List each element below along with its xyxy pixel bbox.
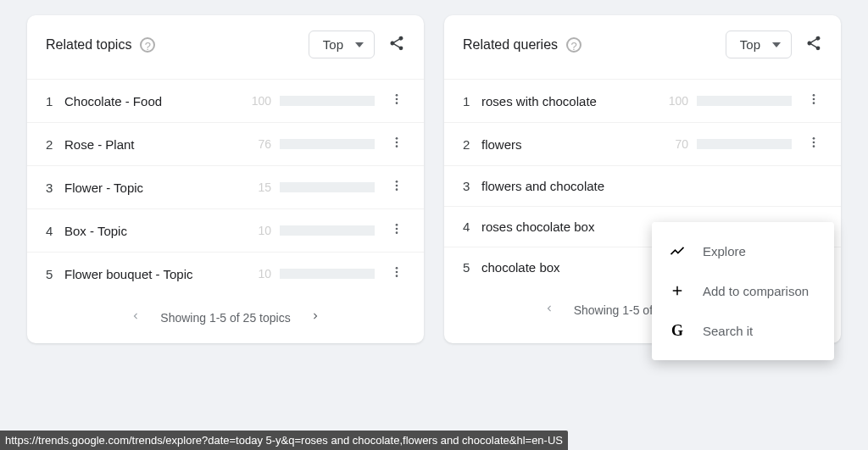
- row-label: Box - Topic: [64, 224, 249, 238]
- row-value: 100: [249, 94, 280, 108]
- svg-point-14: [396, 275, 398, 277]
- svg-point-9: [396, 224, 398, 226]
- svg-point-20: [813, 145, 815, 147]
- sort-selector[interactable]: Top: [309, 31, 375, 58]
- row-value: 10: [249, 224, 280, 237]
- svg-point-4: [396, 142, 398, 144]
- related-topics-card: Related topics ? Top 1Chocolate - Food10…: [27, 15, 424, 343]
- svg-point-17: [813, 102, 815, 104]
- row-label: roses with chocolate: [481, 94, 666, 108]
- row-value: 15: [249, 181, 280, 194]
- bar-track: [280, 225, 375, 236]
- share-icon[interactable]: [388, 35, 405, 55]
- svg-point-12: [396, 267, 398, 269]
- row-index: 3: [463, 179, 481, 193]
- svg-point-16: [813, 98, 815, 101]
- card-header: Related topics ? Top: [27, 15, 424, 79]
- sort-label: Top: [740, 37, 760, 52]
- svg-point-0: [396, 94, 398, 97]
- ctx-search-label: Search it: [703, 324, 753, 338]
- svg-point-8: [396, 188, 398, 191]
- bar-track: [280, 269, 375, 279]
- bar-track: [280, 182, 375, 192]
- list-item[interactable]: 3flowers and chocolate: [444, 165, 841, 206]
- sort-label: Top: [323, 37, 343, 52]
- list-item[interactable]: 1Chocolate - Food100: [27, 79, 424, 122]
- svg-point-10: [396, 228, 398, 231]
- browser-status-bar: https://trends.google.com/trends/explore…: [0, 431, 568, 450]
- bar-track: [697, 96, 792, 106]
- row-index: 5: [463, 260, 481, 275]
- bar-track: [280, 139, 375, 149]
- card-title: Related queries: [463, 37, 558, 53]
- help-icon[interactable]: ?: [140, 37, 155, 53]
- list-item[interactable]: 4Box - Topic10: [27, 208, 424, 252]
- pager: Showing 1-5 of 25 topics: [27, 295, 424, 343]
- more-options-icon[interactable]: [805, 136, 822, 153]
- list-item[interactable]: 3Flower - Topic15: [27, 165, 424, 208]
- more-options-icon[interactable]: [388, 222, 405, 239]
- row-label: Rose - Plant: [64, 137, 249, 152]
- caret-down-icon: [772, 42, 781, 47]
- more-options-icon[interactable]: [388, 136, 405, 153]
- topics-rows: 1Chocolate - Food1002Rose - Plant763Flow…: [27, 79, 424, 295]
- row-index: 1: [463, 94, 481, 108]
- bar-track: [697, 139, 792, 149]
- row-index: 4: [463, 219, 481, 234]
- more-options-icon[interactable]: [388, 265, 405, 282]
- plus-icon: [669, 283, 686, 298]
- help-icon[interactable]: ?: [566, 37, 581, 53]
- row-label: Flower bouquet - Topic: [64, 267, 249, 281]
- svg-point-19: [813, 142, 815, 144]
- pager-prev-icon[interactable]: [130, 310, 142, 325]
- svg-point-2: [396, 102, 398, 104]
- pager-next-icon[interactable]: [309, 310, 321, 325]
- card-title: Related topics: [46, 37, 131, 53]
- google-g-icon: G: [669, 322, 686, 340]
- svg-point-15: [813, 94, 815, 97]
- svg-point-6: [396, 181, 398, 183]
- related-queries-card: Related queries ? Top 1roses with chocol…: [444, 15, 841, 343]
- more-options-icon[interactable]: [388, 179, 405, 196]
- svg-point-18: [813, 137, 815, 140]
- svg-point-3: [396, 137, 398, 140]
- row-label: Flower - Topic: [64, 181, 249, 195]
- ctx-add-comparison[interactable]: Add to comparison: [652, 271, 834, 310]
- share-icon[interactable]: [805, 35, 822, 55]
- card-header: Related queries ? Top: [444, 15, 841, 79]
- list-item[interactable]: 5Flower bouquet - Topic10: [27, 252, 424, 295]
- pager-prev-icon[interactable]: [543, 303, 555, 317]
- ctx-explore[interactable]: Explore: [652, 231, 834, 271]
- pager-text: Showing 1-5 of 25 topics: [160, 311, 290, 325]
- svg-point-5: [396, 145, 398, 147]
- row-index: 1: [46, 94, 64, 108]
- svg-point-13: [396, 271, 398, 274]
- more-options-icon[interactable]: [388, 92, 405, 109]
- row-index: 2: [46, 137, 64, 152]
- bar-track: [280, 96, 375, 106]
- row-label: flowers: [481, 137, 666, 152]
- svg-point-7: [396, 185, 398, 187]
- list-item[interactable]: 1roses with chocolate100: [444, 79, 841, 122]
- row-value: 76: [249, 137, 280, 151]
- row-value: 100: [666, 94, 697, 108]
- trend-line-icon: [669, 242, 686, 259]
- context-menu: Explore Add to comparison G Search it: [652, 222, 834, 360]
- list-item[interactable]: 2Rose - Plant76: [27, 122, 424, 165]
- ctx-add-label: Add to comparison: [703, 284, 809, 298]
- sort-selector[interactable]: Top: [726, 31, 792, 58]
- row-label: flowers and chocolate: [481, 179, 822, 193]
- more-options-icon[interactable]: [805, 92, 822, 109]
- ctx-search-it[interactable]: G Search it: [652, 310, 834, 352]
- row-label: Chocolate - Food: [64, 94, 249, 108]
- svg-point-11: [396, 231, 398, 234]
- caret-down-icon: [355, 42, 364, 47]
- row-index: 4: [46, 224, 64, 238]
- list-item[interactable]: 2flowers70: [444, 122, 841, 165]
- svg-point-1: [396, 98, 398, 101]
- row-value: 70: [666, 137, 697, 151]
- row-index: 5: [46, 267, 64, 281]
- ctx-explore-label: Explore: [703, 244, 746, 258]
- row-index: 2: [463, 137, 481, 152]
- row-index: 3: [46, 181, 64, 195]
